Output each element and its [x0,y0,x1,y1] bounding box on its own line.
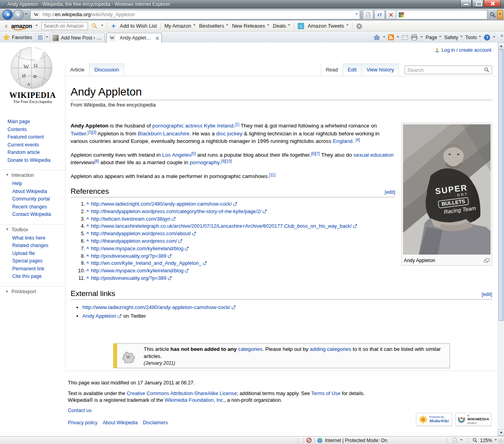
sidebar-link[interactable]: Related changes [12,243,48,248]
sidebar-link[interactable]: What links here [12,235,45,241]
citation-link[interactable]: [8] [94,159,99,163]
inline-link[interactable]: Blackburn Lancashire [138,131,189,137]
inline-link[interactable]: Twitter [71,131,86,137]
status-page-icon[interactable] [452,437,458,443]
reference-backlink[interactable]: ^ [86,209,89,214]
article-photo[interactable]: SUPER DRY BULLETS Racing Team [403,124,491,255]
tab-article[interactable]: Article [65,63,90,76]
sidebar-section-title[interactable]: ▼Interaction [0,172,65,178]
inline-link[interactable]: England [333,138,353,144]
sidebar-link[interactable]: Random article [7,150,40,155]
wiki-search-input[interactable] [407,67,484,73]
inline-link[interactable]: Terms of Use [311,391,340,396]
search-provider-dropdown[interactable] [497,10,503,19]
help-icon[interactable] [484,34,490,41]
favorites-button[interactable]: Favorites [12,35,32,40]
browser-search-box[interactable] [396,10,487,19]
scrollbar-thumb[interactable] [498,49,504,321]
tab-read[interactable]: Read [321,63,343,76]
reference-url-link[interactable]: http://positivesexuality.org/?p=389 [91,275,166,281]
sidebar-link[interactable]: Donate to Wikipedia [7,157,50,163]
sidebar-link[interactable]: Main page [7,119,30,124]
wikimedia-badge[interactable]: a WIKIMEDIA project [455,413,491,426]
mail-icon[interactable] [402,34,408,41]
external-link-item[interactable]: http://www.ladieznight.com/2480/andy-app… [82,303,492,312]
enlarge-icon[interactable] [484,258,490,263]
citation-link[interactable]: [5] [191,152,196,156]
sidebar-section-title[interactable]: ▼Toolbox [0,227,65,232]
mediawiki-badge[interactable]: Powered By MediaWiki [416,413,452,426]
search-icon[interactable] [484,67,489,73]
inline-link[interactable]: Creative Commons Attribution-ShareAlike … [127,391,237,396]
sidebar-section-title[interactable]: ►Print/export [0,289,65,294]
amazon-search-input[interactable] [41,22,88,30]
sidebar-link[interactable]: About Wikipedia [12,189,47,194]
inline-link[interactable]: Wikimedia Foundation, Inc. [164,397,224,403]
status-page-dropdown-arrow[interactable] [460,439,463,442]
reference-url-link[interactable]: http://theandyappleton.wordpress.com/abo… [91,231,191,236]
compatibility-view-button[interactable] [363,10,373,19]
reference-url-link[interactable]: http://twitcam.livestream.com/38qyn [91,216,170,222]
inline-link[interactable]: Andy Appleton [82,313,116,319]
reference-backlink[interactable]: ^ [86,231,89,236]
maximize-button[interactable] [472,0,483,7]
sidebar-link[interactable]: Current events [7,142,39,148]
reference-url-link[interactable]: http://www.ladieznight.com/2480/andy-app… [91,201,232,207]
tab-edit[interactable]: Edit [343,63,362,76]
sidebar-link[interactable]: Upload file [12,251,35,256]
browser-tab-wikipedia[interactable]: W Andy Appleton -... [106,33,162,43]
bestsellers-menu[interactable]: Bestsellers [199,23,229,29]
citation-link[interactable]: [9][10] [221,159,232,163]
back-button[interactable] [2,9,13,20]
help-dropdown-arrow[interactable] [493,36,495,39]
forward-button[interactable] [13,9,24,20]
zoom-magnifier-icon[interactable] [472,438,478,443]
quick-tabs-button[interactable] [36,34,45,41]
reference-url-link[interactable]: http://theandyappleton.wordpress.com/ [91,238,177,244]
toolbar-close-button[interactable]: x [5,23,7,29]
close-button[interactable] [484,0,501,7]
safety-menu[interactable]: Safety [444,35,462,40]
reference-url-link[interactable]: http://www.myspace.com/kylieireland/blog [91,268,183,274]
inline-link[interactable]: disc jockey [216,131,242,137]
tab-view-history[interactable]: View history [362,63,399,76]
amazon-logo-menu[interactable]: amazon [11,22,38,29]
footer-link[interactable]: Privacy policy [68,420,97,425]
wiki-search-box[interactable] [405,66,492,74]
sidebar-link[interactable]: Special pages [12,258,43,264]
reference-url-link[interactable]: http://positivesexuality.org/?p=389 [91,253,166,259]
my-amazon-menu[interactable]: My Amazon [164,23,196,29]
inline-link[interactable]: sexual education [353,152,394,158]
reference-url-link[interactable]: http://www.lancashiretelegraph.co.uk/arc… [91,223,351,229]
reference-backlink[interactable]: ^ [86,254,89,259]
address-bar[interactable]: W http://en.wikipedia.org/wiki/Andy_Appl… [30,10,360,19]
minimize-button[interactable] [460,0,472,7]
sidebar-link[interactable]: Featured content [7,134,44,140]
zoom-dropdown-arrow[interactable] [495,439,497,442]
browser-tab-blog[interactable]: Add New Post ‹ It's '... [50,33,105,43]
amazon-search-dropdown-arrow[interactable] [101,25,103,27]
reference-backlink[interactable]: ^ [86,239,89,244]
inline-link[interactable]: http://www.ladieznight.com/2480/andy-app… [82,304,230,310]
deals-menu[interactable]: Deals [273,23,290,29]
reference-url-link[interactable]: http://theandyappleton.wordpress.com/cat… [91,209,261,214]
reference-backlink[interactable]: ^ [86,276,89,281]
reference-backlink[interactable]: ^ [86,246,89,251]
sidebar-link[interactable]: Cite this page [12,274,42,279]
rss-icon[interactable] [388,34,394,40]
tab-discussion[interactable]: Discussion [90,63,124,76]
reference-backlink[interactable]: ^ [86,217,89,221]
contact-us-link[interactable]: Contact us [68,408,91,413]
security-zone[interactable]: Internet | Protected Mode: On [317,438,387,443]
home-icon[interactable] [373,34,380,41]
citation-link[interactable]: [2][3] [88,130,96,135]
external-link-item[interactable]: Andy Appleton on Twitter [82,312,492,320]
citation-link[interactable]: [6][7] [311,152,320,156]
edit-section-link[interactable]: [edit] [385,189,395,195]
inline-link[interactable]: pornographic actress Kylie Ireland [152,123,233,129]
inline-link[interactable]: categories [238,346,262,352]
add-to-wishlist-button[interactable]: Add to Wish List [120,23,157,29]
footer-link[interactable]: Disclaimers [143,420,168,425]
print-dropdown-arrow[interactable] [420,36,423,39]
new-releases-menu[interactable]: New Releases [232,23,269,29]
